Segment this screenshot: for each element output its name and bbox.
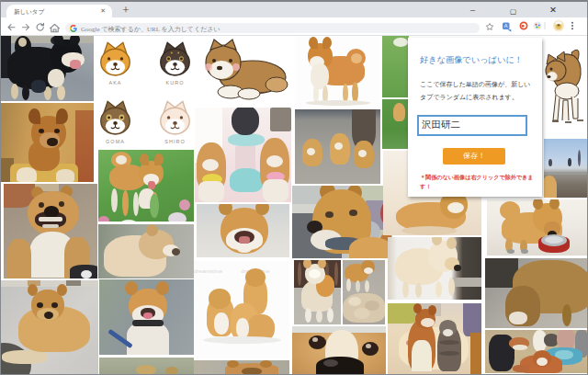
svg-text:A: A	[504, 23, 508, 28]
